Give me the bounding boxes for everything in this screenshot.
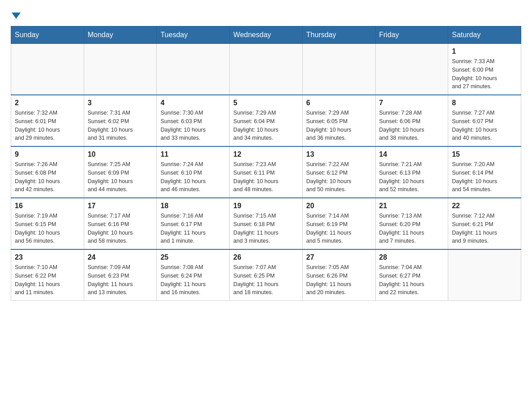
calendar-cell [157, 44, 230, 95]
calendar-header-row: SundayMondayTuesdayWednesdayThursdayFrid… [11, 26, 521, 44]
day-number: 10 [88, 150, 153, 158]
day-number: 7 [379, 99, 445, 107]
day-info: Sunrise: 7:29 AMSunset: 6:05 PMDaylight:… [306, 109, 372, 142]
calendar-cell: 4Sunrise: 7:30 AMSunset: 6:03 PMDaylight… [157, 95, 230, 146]
day-number: 17 [88, 202, 153, 210]
calendar-cell: 15Sunrise: 7:20 AMSunset: 6:14 PMDayligh… [448, 146, 521, 198]
day-info: Sunrise: 7:30 AMSunset: 6:03 PMDaylight:… [160, 109, 226, 142]
day-info: Sunrise: 7:17 AMSunset: 6:16 PMDaylight:… [88, 212, 153, 245]
day-number: 12 [233, 150, 299, 158]
day-number: 4 [160, 99, 226, 107]
day-info: Sunrise: 7:23 AMSunset: 6:11 PMDaylight:… [233, 160, 299, 194]
day-info: Sunrise: 7:10 AMSunset: 6:22 PMDaylight:… [15, 263, 80, 297]
calendar-week-row: 16Sunrise: 7:19 AMSunset: 6:15 PMDayligh… [11, 198, 521, 249]
weekday-header-thursday: Thursday [302, 26, 375, 44]
day-number: 3 [88, 99, 153, 107]
calendar-cell: 5Sunrise: 7:29 AMSunset: 6:04 PMDaylight… [230, 95, 303, 146]
day-number: 14 [379, 150, 445, 158]
day-info: Sunrise: 7:20 AMSunset: 6:14 PMDaylight:… [452, 160, 517, 194]
calendar-cell: 12Sunrise: 7:23 AMSunset: 6:11 PMDayligh… [230, 146, 303, 198]
day-info: Sunrise: 7:13 AMSunset: 6:20 PMDaylight:… [379, 212, 445, 245]
day-number: 28 [379, 253, 445, 261]
day-number: 18 [160, 202, 226, 210]
day-number: 26 [233, 253, 299, 261]
day-info: Sunrise: 7:22 AMSunset: 6:12 PMDaylight:… [306, 160, 372, 194]
logo-arrow-icon [12, 13, 21, 19]
calendar-cell: 28Sunrise: 7:04 AMSunset: 6:27 PMDayligh… [375, 249, 448, 301]
day-number: 8 [452, 99, 517, 107]
calendar-cell: 1Sunrise: 7:33 AMSunset: 6:00 PMDaylight… [448, 44, 521, 95]
calendar-cell: 14Sunrise: 7:21 AMSunset: 6:13 PMDayligh… [375, 146, 448, 198]
calendar-cell: 24Sunrise: 7:09 AMSunset: 6:23 PMDayligh… [84, 249, 157, 301]
day-info: Sunrise: 7:19 AMSunset: 6:15 PMDaylight:… [15, 212, 80, 245]
calendar-cell: 27Sunrise: 7:05 AMSunset: 6:26 PMDayligh… [302, 249, 375, 301]
day-number: 21 [379, 202, 445, 210]
day-number: 11 [160, 150, 226, 158]
calendar-cell: 6Sunrise: 7:29 AMSunset: 6:05 PMDaylight… [302, 95, 375, 146]
calendar-cell: 8Sunrise: 7:27 AMSunset: 6:07 PMDaylight… [448, 95, 521, 146]
calendar-cell [302, 44, 375, 95]
day-number: 9 [15, 150, 80, 158]
day-info: Sunrise: 7:04 AMSunset: 6:27 PMDaylight:… [379, 263, 445, 297]
day-number: 19 [233, 202, 299, 210]
calendar-cell [84, 44, 157, 95]
calendar-cell [375, 44, 448, 95]
weekday-header-friday: Friday [375, 26, 448, 44]
day-info: Sunrise: 7:21 AMSunset: 6:13 PMDaylight:… [379, 160, 445, 194]
calendar-cell: 16Sunrise: 7:19 AMSunset: 6:15 PMDayligh… [11, 198, 84, 249]
day-info: Sunrise: 7:07 AMSunset: 6:25 PMDaylight:… [233, 263, 299, 297]
day-info: Sunrise: 7:16 AMSunset: 6:17 PMDaylight:… [160, 212, 226, 245]
calendar-table: SundayMondayTuesdayWednesdayThursdayFrid… [11, 26, 521, 301]
calendar-cell: 10Sunrise: 7:25 AMSunset: 6:09 PMDayligh… [84, 146, 157, 198]
day-number: 22 [452, 202, 517, 210]
day-number: 2 [15, 99, 80, 107]
day-info: Sunrise: 7:24 AMSunset: 6:10 PMDaylight:… [160, 160, 226, 194]
calendar-cell: 26Sunrise: 7:07 AMSunset: 6:25 PMDayligh… [230, 249, 303, 301]
calendar-cell: 3Sunrise: 7:31 AMSunset: 6:02 PMDaylight… [84, 95, 157, 146]
day-number: 23 [15, 253, 80, 261]
weekday-header-wednesday: Wednesday [230, 26, 303, 44]
weekday-header-saturday: Saturday [448, 26, 521, 44]
day-number: 6 [306, 99, 372, 107]
day-info: Sunrise: 7:15 AMSunset: 6:18 PMDaylight:… [233, 212, 299, 245]
calendar-cell: 21Sunrise: 7:13 AMSunset: 6:20 PMDayligh… [375, 198, 448, 249]
weekday-header-sunday: Sunday [11, 26, 84, 44]
day-info: Sunrise: 7:26 AMSunset: 6:08 PMDaylight:… [15, 160, 80, 194]
calendar-week-row: 2Sunrise: 7:32 AMSunset: 6:01 PMDaylight… [11, 95, 521, 146]
calendar-week-row: 23Sunrise: 7:10 AMSunset: 6:22 PMDayligh… [11, 249, 521, 301]
day-number: 24 [88, 253, 153, 261]
weekday-header-monday: Monday [84, 26, 157, 44]
weekday-header-tuesday: Tuesday [157, 26, 230, 44]
day-number: 25 [160, 253, 226, 261]
day-info: Sunrise: 7:33 AMSunset: 6:00 PMDaylight:… [452, 57, 517, 91]
day-info: Sunrise: 7:25 AMSunset: 6:09 PMDaylight:… [88, 160, 153, 194]
day-number: 13 [306, 150, 372, 158]
calendar-cell: 20Sunrise: 7:14 AMSunset: 6:19 PMDayligh… [302, 198, 375, 249]
day-number: 20 [306, 202, 372, 210]
calendar-cell: 23Sunrise: 7:10 AMSunset: 6:22 PMDayligh… [11, 249, 84, 301]
calendar-cell: 19Sunrise: 7:15 AMSunset: 6:18 PMDayligh… [230, 198, 303, 249]
calendar-cell: 7Sunrise: 7:28 AMSunset: 6:06 PMDaylight… [375, 95, 448, 146]
calendar-cell [448, 249, 521, 301]
calendar-cell [230, 44, 303, 95]
day-number: 16 [15, 202, 80, 210]
calendar-week-row: 9Sunrise: 7:26 AMSunset: 6:08 PMDaylight… [11, 146, 521, 198]
day-info: Sunrise: 7:27 AMSunset: 6:07 PMDaylight:… [452, 109, 517, 142]
day-info: Sunrise: 7:28 AMSunset: 6:06 PMDaylight:… [379, 109, 445, 142]
calendar-cell: 25Sunrise: 7:08 AMSunset: 6:24 PMDayligh… [157, 249, 230, 301]
day-info: Sunrise: 7:32 AMSunset: 6:01 PMDaylight:… [15, 109, 80, 142]
day-info: Sunrise: 7:31 AMSunset: 6:02 PMDaylight:… [88, 109, 153, 142]
day-info: Sunrise: 7:09 AMSunset: 6:23 PMDaylight:… [88, 263, 153, 297]
calendar-cell: 17Sunrise: 7:17 AMSunset: 6:16 PMDayligh… [84, 198, 157, 249]
page-header [11, 11, 521, 19]
calendar-cell: 22Sunrise: 7:12 AMSunset: 6:21 PMDayligh… [448, 198, 521, 249]
day-number: 15 [452, 150, 517, 158]
day-info: Sunrise: 7:29 AMSunset: 6:04 PMDaylight:… [233, 109, 299, 142]
calendar-cell: 9Sunrise: 7:26 AMSunset: 6:08 PMDaylight… [11, 146, 84, 198]
day-info: Sunrise: 7:08 AMSunset: 6:24 PMDaylight:… [160, 263, 226, 297]
calendar-cell: 11Sunrise: 7:24 AMSunset: 6:10 PMDayligh… [157, 146, 230, 198]
day-info: Sunrise: 7:12 AMSunset: 6:21 PMDaylight:… [452, 212, 517, 245]
calendar-cell [11, 44, 84, 95]
calendar-week-row: 1Sunrise: 7:33 AMSunset: 6:00 PMDaylight… [11, 44, 521, 95]
day-info: Sunrise: 7:05 AMSunset: 6:26 PMDaylight:… [306, 263, 372, 297]
